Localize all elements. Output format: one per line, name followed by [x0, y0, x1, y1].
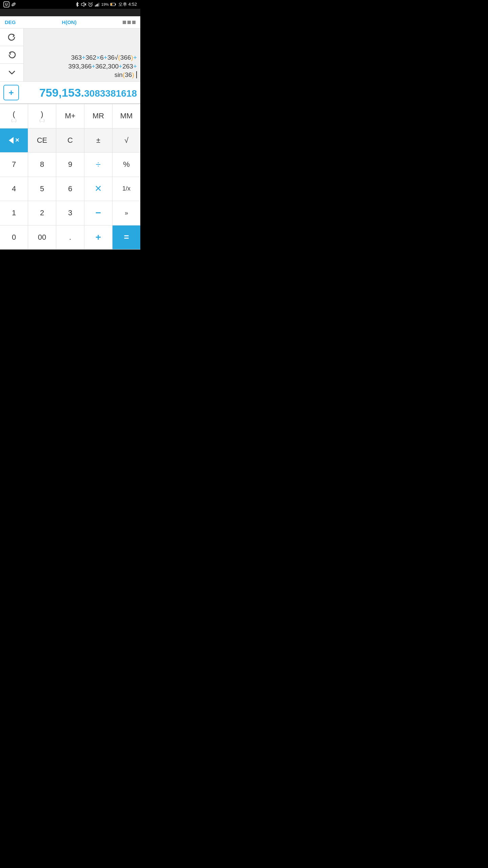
key-row-1: ( (...) ) (...) M+ MR MM [0, 104, 140, 129]
display-controls [0, 28, 24, 81]
key-1-label: 1 [12, 209, 16, 217]
expr-plus-1: + [82, 54, 85, 61]
key-paren-open[interactable]: ( (...) [0, 104, 28, 129]
undo-button[interactable] [0, 46, 23, 64]
undo-icon [7, 50, 17, 60]
expr-part-8: 263 [122, 63, 133, 70]
svg-rect-13 [96, 4, 97, 6]
key-subtract[interactable]: − [84, 201, 113, 225]
status-time: 오후 4:52 [118, 1, 137, 7]
key-8[interactable]: 8 [28, 153, 56, 177]
key-2-label: 2 [40, 209, 44, 217]
key-divide[interactable]: ÷ [84, 153, 113, 177]
paren-close-sub: (...) [40, 119, 45, 122]
expr-part-9: sin [115, 71, 123, 78]
svg-marker-4 [81, 2, 84, 6]
svg-line-10 [88, 2, 89, 3]
key-m-plus-label: M+ [65, 112, 75, 120]
result-value: 759,153.3083381618 [22, 86, 137, 99]
status-right-icons: 19% 오후 4:52 [75, 1, 137, 7]
menu-dot-1 [123, 21, 126, 24]
deg-mode-label[interactable]: DEG [5, 19, 16, 25]
key-shift[interactable]: » [113, 201, 140, 225]
expr-part-5: 366 [120, 54, 131, 61]
key-m-plus[interactable]: M+ [56, 104, 84, 129]
battery-percentage: 19% [101, 2, 109, 6]
status-left-icons: U [3, 1, 16, 7]
key-sqrt[interactable]: √ [113, 129, 140, 153]
key-plusminus[interactable]: ± [84, 129, 113, 153]
alarm-icon [88, 2, 93, 7]
key-paren-close[interactable]: ) (...) [28, 104, 56, 129]
key-4[interactable]: 4 [0, 177, 28, 201]
key-decimal-label: . [69, 233, 71, 242]
menu-dots[interactable] [123, 21, 136, 24]
cursor [135, 71, 137, 78]
key-ce-label: CE [37, 136, 47, 145]
key-mr[interactable]: MR [84, 104, 113, 129]
key-mm-label: MM [120, 112, 133, 120]
keypad: ( (...) ) (...) M+ MR MM ✕ [0, 104, 140, 250]
collapse-icon [7, 68, 17, 77]
key-00-label: 00 [38, 233, 46, 242]
key-add-label: + [96, 232, 101, 243]
key-multiply[interactable]: ✕ [84, 177, 113, 201]
key-row-2: ✕ CE C ± √ [0, 129, 140, 153]
key-row-4: 4 5 6 ✕ 1/x [0, 177, 140, 201]
key-divide-label: ÷ [96, 159, 101, 170]
key-3-label: 3 [68, 209, 72, 217]
key-reciprocal[interactable]: 1/x [113, 177, 140, 201]
key-equals[interactable]: = [113, 225, 140, 250]
key-reciprocal-label: 1/x [122, 185, 130, 192]
redo-icon [7, 33, 17, 42]
key-00[interactable]: 00 [28, 225, 56, 250]
expr-paren-close-2: ) [132, 71, 134, 78]
key-row-3: 7 8 9 ÷ % [0, 153, 140, 177]
key-mm[interactable]: MM [113, 104, 140, 129]
key-decimal[interactable]: . [56, 225, 84, 250]
key-6-label: 6 [68, 184, 72, 193]
key-add[interactable]: + [84, 225, 113, 250]
svg-rect-18 [115, 4, 116, 5]
expr-part-3: 6 [100, 54, 104, 61]
key-equals-label: = [124, 232, 129, 242]
svg-rect-15 [99, 3, 100, 6]
backspace-inner: ✕ [5, 135, 23, 146]
result-row: + 759,153.3083381618 [0, 81, 140, 104]
battery-icon [110, 2, 116, 6]
key-ce[interactable]: CE [28, 129, 56, 153]
expr-part-2: 362 [85, 54, 96, 61]
result-plus-button[interactable]: + [3, 85, 19, 100]
key-2[interactable]: 2 [28, 201, 56, 225]
key-3[interactable]: 3 [56, 201, 84, 225]
key-7[interactable]: 7 [0, 153, 28, 177]
key-c[interactable]: C [56, 129, 84, 153]
key-row-6: 0 00 . + = [0, 225, 140, 250]
key-c-label: C [67, 136, 73, 145]
menu-dot-3 [132, 21, 136, 24]
collapse-button[interactable] [0, 64, 23, 81]
calculator: DEG H(ON) [0, 16, 140, 250]
menu-dot-2 [127, 21, 131, 24]
svg-rect-12 [95, 5, 96, 6]
expr-part-6: 393,366 [68, 63, 92, 70]
expr-plus-6: + [133, 63, 137, 70]
key-6[interactable]: 6 [56, 177, 84, 201]
plus-icon: + [8, 88, 14, 97]
key-shift-label: » [125, 210, 128, 217]
history-mode-label[interactable]: H(ON) [62, 19, 77, 25]
key-backspace[interactable]: ✕ [0, 129, 28, 153]
backspace-arrow-shape [9, 137, 14, 144]
key-9[interactable]: 9 [56, 153, 84, 177]
expression-display: 363+362×6+36√(366)+ 393,366+362,300+263+… [24, 28, 140, 81]
key-multiply-label: ✕ [95, 183, 102, 194]
key-percent-label: % [123, 160, 130, 169]
expr-plus-4: + [92, 63, 95, 70]
key-1[interactable]: 1 [0, 201, 28, 225]
key-0[interactable]: 0 [0, 225, 28, 250]
key-percent[interactable]: % [113, 153, 140, 177]
key-5[interactable]: 5 [28, 177, 56, 201]
svg-text:U: U [5, 3, 7, 6]
calculator-top-bar: DEG H(ON) [0, 16, 140, 28]
redo-button[interactable] [0, 28, 23, 46]
